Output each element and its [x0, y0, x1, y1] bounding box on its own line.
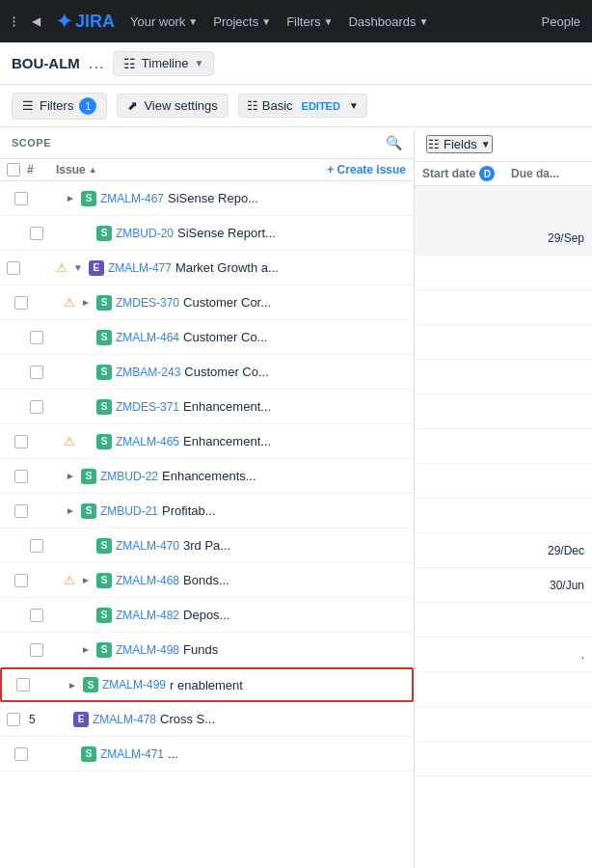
- project-bar: BOU-ALM … ☷ Timeline ▼: [0, 42, 592, 85]
- table-row[interactable]: ► S ZMBUD-21 Profitab...: [0, 494, 414, 529]
- back-icon[interactable]: ◀: [32, 14, 40, 28]
- filter-badge: 1: [79, 97, 96, 115]
- row-checkbox[interactable]: [14, 470, 28, 483]
- issue-key[interactable]: ZMALM-468: [116, 574, 179, 587]
- row-checkbox[interactable]: [30, 609, 43, 622]
- expand-icon: [79, 609, 93, 622]
- table-row[interactable]: S ZMBUD-20 SiSense Report...: [0, 216, 414, 251]
- expand-icon[interactable]: ►: [64, 470, 77, 483]
- grid-icon[interactable]: ⁝: [12, 13, 16, 31]
- chevron-down-icon: ▼: [419, 16, 429, 27]
- table-row[interactable]: ⚠ ▼ E ZMALM-477 Market Growth a...: [0, 251, 414, 285]
- search-icon[interactable]: 🔍: [386, 135, 402, 150]
- warning-icon: ⚠: [64, 434, 75, 448]
- row-checkbox[interactable]: [14, 574, 28, 587]
- fields-button[interactable]: ☷ Fields ▼: [426, 135, 493, 153]
- nav-item-filters[interactable]: Filters ▼: [286, 14, 333, 29]
- row-checkbox[interactable]: [14, 747, 28, 761]
- issue-key[interactable]: ZMALM-482: [116, 609, 179, 622]
- issue-key[interactable]: ZMBUD-20: [116, 227, 174, 240]
- row-checkbox[interactable]: [14, 192, 28, 205]
- expand-icon[interactable]: ►: [79, 296, 93, 310]
- issue-type-icon: S: [96, 365, 112, 380]
- issue-key[interactable]: ZMALM-470: [116, 539, 179, 553]
- jira-logo: ✦ JIRA: [56, 10, 115, 33]
- issue-key[interactable]: ZMALM-465: [116, 435, 179, 448]
- collapse-icon[interactable]: ▼: [73, 262, 83, 273]
- table-row[interactable]: ⚠ S ZMALM-465 Enhancement...: [0, 424, 414, 459]
- issue-summary: Depos...: [183, 608, 229, 622]
- row-checkbox[interactable]: [30, 400, 43, 414]
- issue-key[interactable]: ZMBUD-22: [100, 470, 158, 483]
- table-row[interactable]: ⚠ ► S ZMALM-468 Bonds...: [0, 563, 414, 598]
- row-checkbox[interactable]: [30, 366, 43, 379]
- expand-icon[interactable]: ►: [64, 192, 77, 205]
- table-row[interactable]: ► S ZMALM-499 r enablement: [0, 667, 414, 702]
- issue-key[interactable]: ZMDES-371: [116, 400, 179, 414]
- view-settings-button[interactable]: ⬈ View settings: [117, 94, 228, 118]
- issue-key[interactable]: ZMDES-370: [116, 296, 179, 310]
- issue-key[interactable]: ZMBAM-243: [116, 366, 180, 379]
- date-row: .: [415, 637, 592, 672]
- issue-key[interactable]: ZMALM-464: [116, 331, 179, 344]
- row-checkbox[interactable]: [30, 643, 43, 657]
- column-headers: # Issue ▲ + Create issue: [0, 159, 414, 181]
- issue-type-icon: S: [96, 295, 112, 311]
- project-dots-button[interactable]: …: [88, 53, 105, 73]
- issue-key[interactable]: ZMALM-471: [100, 747, 164, 761]
- issue-summary: Enhancement...: [183, 399, 271, 414]
- row-checkbox[interactable]: [30, 539, 43, 553]
- issue-key[interactable]: ZMALM-467: [100, 192, 164, 205]
- fields-header: ☷ Fields ▼: [415, 127, 592, 162]
- issue-key[interactable]: ZMALM-498: [116, 643, 179, 657]
- issue-key[interactable]: ZMBUD-21: [100, 504, 158, 518]
- table-row[interactable]: S ZMDES-371 Enhancement...: [0, 390, 414, 424]
- expand-icon[interactable]: ►: [79, 574, 93, 587]
- right-panel: ☷ Fields ▼ Start date D Due da... 29/Sep: [415, 127, 592, 868]
- row-checkbox[interactable]: [16, 678, 30, 692]
- row-checkbox[interactable]: [14, 435, 28, 448]
- filter-button[interactable]: ☰ Filters 1: [12, 93, 107, 120]
- select-all-checkbox[interactable]: [7, 163, 20, 176]
- table-row[interactable]: ► S ZMALM-467 SiSense Repo...: [0, 181, 414, 216]
- date-row: [415, 325, 592, 360]
- num-column-header: #: [27, 163, 56, 176]
- row-checkbox[interactable]: [14, 504, 28, 518]
- row-checkbox[interactable]: [30, 227, 43, 240]
- table-row[interactable]: 5 E ZMALM-478 Cross S...: [0, 702, 414, 737]
- basic-button[interactable]: ☷ Basic EDITED ▼: [238, 94, 367, 118]
- nav-item-yourwork[interactable]: Your work ▼: [130, 14, 198, 29]
- chevron-down-icon: ▼: [194, 58, 203, 68]
- table-row[interactable]: ⚠ ► S ZMDES-370 Customer Cor...: [0, 285, 414, 320]
- table-row[interactable]: S ZMALM-470 3rd Pa...: [0, 529, 414, 563]
- grid-icon: ☷: [247, 98, 258, 113]
- table-row[interactable]: ► S ZMBUD-22 Enhancements...: [0, 459, 414, 494]
- table-row[interactable]: S ZMBAM-243 Customer Co...: [0, 355, 414, 390]
- nav-item-dashboards[interactable]: Dashboards ▼: [348, 14, 428, 29]
- expand-icon[interactable]: ►: [64, 504, 77, 518]
- nav-item-projects[interactable]: Projects ▼: [213, 14, 271, 29]
- expand-icon[interactable]: ►: [79, 643, 93, 657]
- row-checkbox[interactable]: [30, 331, 43, 344]
- table-row[interactable]: S ZMALM-464 Customer Co...: [0, 320, 414, 355]
- sort-icon: ▲: [89, 165, 97, 175]
- expand-icon[interactable]: ►: [66, 678, 79, 692]
- table-row[interactable]: S ZMALM-471 ...: [0, 737, 414, 772]
- issue-summary: Profitab...: [162, 503, 216, 518]
- date-row: [415, 707, 592, 742]
- table-row[interactable]: S ZMALM-482 Depos...: [0, 598, 414, 633]
- row-checkbox[interactable]: [14, 296, 28, 310]
- chevron-down-icon: ▼: [324, 16, 334, 27]
- issue-key[interactable]: ZMALM-499: [102, 678, 166, 692]
- issue-key[interactable]: ZMALM-478: [93, 713, 156, 726]
- nav-item-people[interactable]: People: [542, 14, 580, 29]
- issue-key[interactable]: ZMALM-477: [108, 261, 172, 275]
- create-issue-button[interactable]: + Create issue: [327, 163, 414, 176]
- issue-summary: Customer Co...: [184, 365, 268, 379]
- table-row[interactable]: ► S ZMALM-498 Funds: [0, 633, 414, 667]
- issue-column-header[interactable]: Issue ▲: [56, 163, 327, 176]
- timeline-button[interactable]: ☷ Timeline ▼: [113, 51, 215, 76]
- row-checkbox[interactable]: [7, 261, 20, 275]
- row-checkbox[interactable]: [7, 713, 20, 726]
- issue-type-icon: S: [96, 538, 112, 554]
